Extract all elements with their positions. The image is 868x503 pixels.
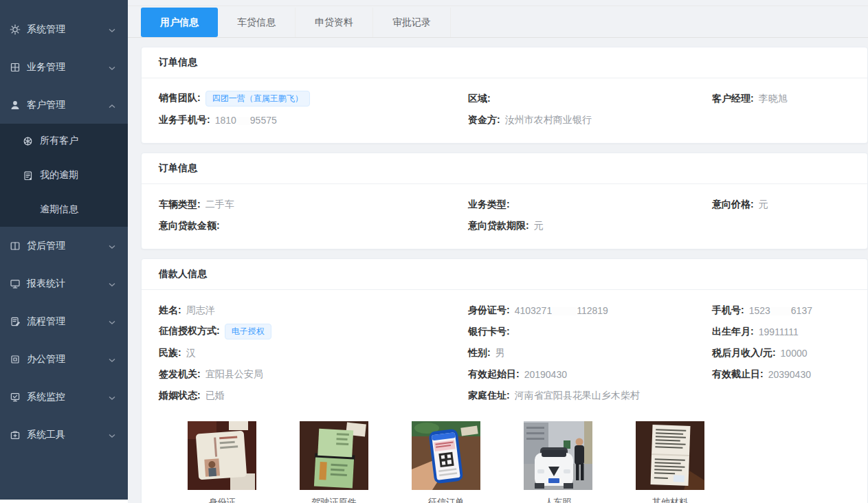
field-value: 周志洋 <box>186 304 215 317</box>
photo-caption: 驾驶证原件 <box>300 496 368 503</box>
field-business-phone: 业务手机号: 181095575 <box>159 114 468 126</box>
sidebar-item-all-customers[interactable]: 所有客户 <box>0 124 128 158</box>
sidebar-item-label: 客户管理 <box>27 99 65 111</box>
field-value: 181095575 <box>215 115 277 126</box>
sidebar-item-label: 所有客户 <box>40 135 78 147</box>
chevron-down-icon <box>109 354 115 365</box>
field-home-address: 家庭住址: 河南省宜阳县花果山乡木柴村 <box>468 390 712 402</box>
field-value: 男 <box>496 347 505 359</box>
sidebar: 系统管理 业务管理 客户管理 所有客户 我的逾期 逾期信息 <box>0 0 128 500</box>
field-name: 姓名: 周志洋 <box>159 304 468 317</box>
sidebar-item-system-monitor[interactable]: 系统监控 <box>0 378 128 416</box>
masked-value-suffix: 95575 <box>250 115 277 126</box>
field-label: 业务手机号: <box>159 114 210 126</box>
user-icon <box>10 100 21 111</box>
sidebar-item-overdue-info[interactable]: 逾期信息 <box>0 192 128 227</box>
masked-value-suffix: 112819 <box>577 305 608 316</box>
sidebar-item-label: 业务管理 <box>27 61 65 74</box>
sidebar-item-report-statistics[interactable]: 报表统计 <box>0 265 128 302</box>
field-issuing-authority: 签发机关: 宜阳县公安局 <box>159 368 468 381</box>
sales-team-tag: 四团一营（直属王鹏飞） <box>205 91 310 106</box>
clipboard-pen-icon <box>10 316 21 327</box>
field-label: 资金方: <box>468 114 500 126</box>
tab-label: 车贷信息 <box>237 16 276 29</box>
field-business-type: 业务类型: <box>468 199 712 211</box>
field-value: 已婚 <box>205 390 225 402</box>
detail-tabs: 用户信息 车贷信息 申贷资料 审批记录 <box>128 5 868 38</box>
field-value: 15236137 <box>749 305 812 316</box>
field-funder: 资金方: 汝州市农村商业银行 <box>468 114 712 126</box>
field-vehicle-type: 车辆类型: 二手车 <box>159 199 468 211</box>
tab-car-loan-info[interactable]: 车贷信息 <box>218 8 296 37</box>
field-value: 河南省宜阳县花果山乡木柴村 <box>515 390 640 402</box>
field-mobile: 手机号: 15236137 <box>712 304 850 317</box>
field-label: 业务类型: <box>468 199 510 211</box>
sidebar-item-my-overdue[interactable]: 我的逾期 <box>0 158 128 192</box>
photo-caption: 其他材料 <box>636 496 704 503</box>
monitor-icon <box>10 278 21 289</box>
order-info-card-1: 订单信息 销售团队: 四团一营（直属王鹏飞） 区域: 客户经理: 李晓旭 业务手 <box>141 47 868 144</box>
field-valid-from: 有效起始日: 20190430 <box>468 368 712 381</box>
sidebar-item-system-management[interactable]: 系统管理 <box>0 10 128 48</box>
grid-icon <box>10 62 21 73</box>
field-value: 元 <box>534 220 544 232</box>
field-label: 销售团队: <box>159 92 201 104</box>
borrower-info-card: 借款人信息 姓名: 周志洋 身份证号: 4103271112819 手机号: 1… <box>141 258 868 503</box>
tab-label: 审批记录 <box>392 16 431 29</box>
field-label: 性别: <box>468 347 491 359</box>
photo-handwritten-document[interactable]: 其他材料 <box>636 421 704 503</box>
card-title: 借款人信息 <box>142 259 867 290</box>
gear-icon <box>10 24 21 35</box>
book-icon <box>10 241 21 252</box>
sidebar-item-process-management[interactable]: 流程管理 <box>0 302 128 340</box>
chevron-down-icon <box>109 24 115 35</box>
field-value: 20390430 <box>768 369 811 380</box>
sidebar-item-customer-management[interactable]: 客户管理 <box>0 86 128 124</box>
order-info-card-2: 订单信息 车辆类型: 二手车 业务类型: 意向价格: 元 意向贷款金额: <box>141 153 868 249</box>
photo-drivers-license[interactable]: 驾驶证原件 <box>300 421 368 503</box>
wheel-icon <box>23 136 33 146</box>
sidebar-item-label: 逾期信息 <box>40 203 78 216</box>
sidebar-item-postloan-management[interactable]: 贷后管理 <box>0 227 128 265</box>
chevron-down-icon <box>109 429 115 440</box>
sidebar-item-label: 办公管理 <box>27 353 65 366</box>
field-label: 出生年月: <box>712 326 754 338</box>
photo-auth-qr-code[interactable]: 征信订单 <box>412 421 480 503</box>
sidebar-item-office-management[interactable]: 办公管理 <box>0 340 128 378</box>
field-label: 银行卡号: <box>468 326 510 338</box>
field-label: 意向贷款期限: <box>468 220 529 232</box>
tab-loan-application-docs[interactable]: 申贷资料 <box>296 8 373 37</box>
masked-value-suffix: 6137 <box>791 305 812 316</box>
sidebar-item-system-tools[interactable]: 系统工具 <box>0 416 128 454</box>
photo-id-card[interactable]: 身份证 <box>188 421 256 503</box>
field-value: 10000 <box>781 348 808 359</box>
field-label: 有效截止日: <box>712 368 764 381</box>
sidebar-item-business-management[interactable]: 业务管理 <box>0 48 128 86</box>
sidebar-item-label: 系统管理 <box>27 23 65 36</box>
field-label: 手机号: <box>712 304 744 317</box>
field-intent-price: 意向价格: 元 <box>712 199 850 211</box>
toolbox-icon <box>10 429 21 440</box>
tab-approval-records[interactable]: 审批记录 <box>373 8 451 37</box>
field-label: 意向价格: <box>712 199 754 211</box>
field-intent-loan-term: 意向贷款期限: 元 <box>468 220 712 232</box>
tab-user-info[interactable]: 用户信息 <box>141 8 218 37</box>
card-title: 订单信息 <box>142 153 867 184</box>
field-valid-to: 有效截止日: 20390430 <box>712 368 850 381</box>
field-label: 区域: <box>468 93 491 105</box>
square-inset-icon <box>10 354 21 365</box>
field-label: 有效起始日: <box>468 368 520 381</box>
field-gender: 性别: 男 <box>468 347 712 359</box>
chevron-down-icon <box>109 241 115 252</box>
field-value: 元 <box>759 199 768 211</box>
field-value: 汉 <box>186 347 196 359</box>
chevron-down-icon <box>109 278 115 289</box>
field-ethnicity: 民族: 汉 <box>159 347 468 359</box>
field-bank-card: 银行卡号: <box>468 326 712 338</box>
tab-label: 申贷资料 <box>315 16 353 29</box>
field-intent-loan-amount: 意向贷款金额: <box>159 220 468 232</box>
field-value: 二手车 <box>205 199 234 211</box>
document-photos: 身份证 <box>159 421 850 503</box>
photo-person-and-car[interactable]: 人车照 <box>524 421 592 503</box>
photo-caption: 身份证 <box>188 496 256 503</box>
